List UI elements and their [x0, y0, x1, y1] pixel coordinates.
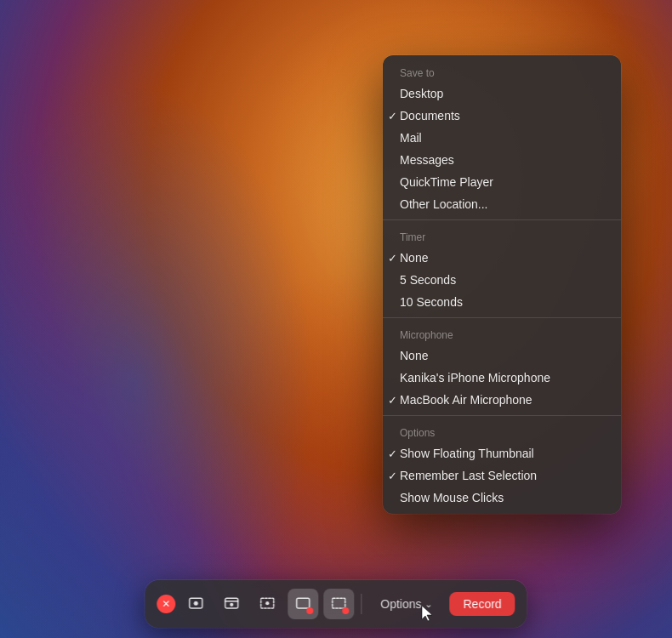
divider-2: [383, 317, 621, 318]
menu-item-mail[interactable]: Mail: [383, 127, 621, 149]
timer-section-label: Timer: [383, 225, 621, 247]
menu-item-timer-none[interactable]: ✓ None: [383, 247, 621, 269]
microphone-section-label: Microphone: [383, 322, 621, 345]
options-section-label: Options: [383, 420, 621, 442]
selection-record-icon: [259, 595, 276, 612]
check-mic-macbook: ✓: [388, 394, 397, 407]
menu-item-show-thumbnail[interactable]: ✓ Show Floating Thumbnail: [383, 442, 621, 464]
options-button[interactable]: Options ⌄: [368, 592, 444, 616]
menu-item-desktop[interactable]: Desktop: [383, 83, 621, 105]
menu-item-remember-selection[interactable]: ✓ Remember Last Selection: [383, 464, 621, 487]
record-dot-2: [342, 607, 349, 614]
screen-recording-toolbar: ✕ Options: [145, 580, 527, 628]
record-button[interactable]: Record: [450, 592, 515, 616]
menu-item-documents[interactable]: ✓ Documents: [383, 105, 621, 127]
menu-item-mic-none[interactable]: None: [383, 345, 621, 367]
fullscreen-record-button[interactable]: [180, 589, 211, 619]
menu-item-mic-macbook[interactable]: ✓ MacBook Air Microphone: [383, 389, 621, 411]
svg-point-4: [230, 603, 233, 607]
check-timer-none: ✓: [388, 252, 397, 265]
save-to-section-label: Save to: [383, 60, 621, 83]
fullscreen-with-dot-button[interactable]: [288, 589, 318, 619]
svg-point-1: [194, 601, 198, 606]
options-chevron: ⌄: [425, 599, 433, 610]
toolbar-divider: [361, 594, 362, 614]
menu-item-other-location[interactable]: Other Location...: [383, 193, 621, 215]
window-record-icon: [223, 595, 240, 612]
svg-point-6: [265, 601, 269, 605]
check-documents: ✓: [388, 110, 397, 122]
close-button[interactable]: ✕: [157, 595, 175, 613]
svg-rect-8: [333, 598, 345, 608]
menu-item-messages[interactable]: Messages: [383, 149, 621, 171]
menu-item-quicktime[interactable]: QuickTime Player: [383, 171, 621, 193]
check-show-thumbnail: ✓: [388, 447, 397, 460]
svg-rect-7: [297, 598, 310, 608]
divider-3: [383, 415, 621, 416]
divider-1: [383, 219, 621, 220]
menu-item-mic-iphone[interactable]: Kanika's iPhone Microphone: [383, 367, 621, 389]
record-dot: [306, 607, 313, 614]
menu-item-show-mouse-clicks[interactable]: Show Mouse Clicks: [383, 487, 621, 509]
selection-with-dot-button[interactable]: [323, 589, 354, 619]
menu-item-timer-5s[interactable]: 5 Seconds: [383, 269, 621, 291]
screenshot-options-menu: Save to Desktop ✓ Documents Mail Message…: [383, 55, 621, 514]
menu-item-timer-10s[interactable]: 10 Seconds: [383, 291, 621, 313]
selection-record-button[interactable]: [252, 589, 282, 619]
fullscreen-record-icon: [187, 595, 204, 612]
window-record-button[interactable]: [216, 589, 247, 619]
check-remember-selection: ✓: [388, 470, 397, 482]
